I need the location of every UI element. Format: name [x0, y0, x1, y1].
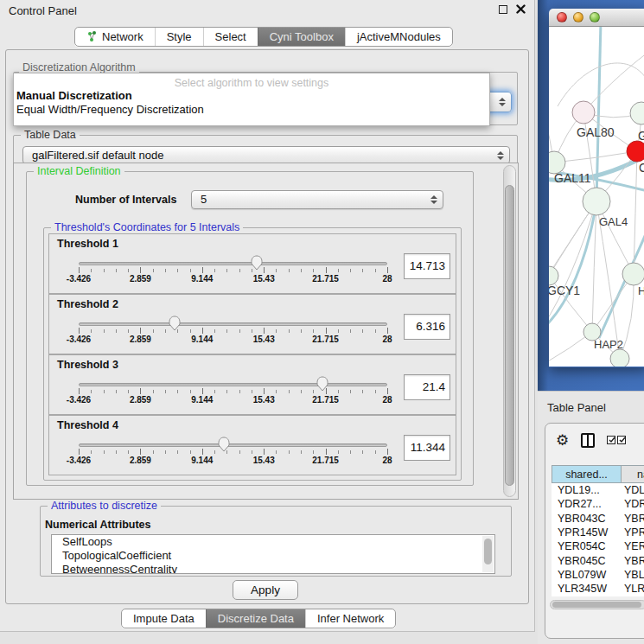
cell-name[interactable]: YDL1 — [622, 484, 644, 496]
network-node[interactable] — [549, 266, 558, 285]
table-row[interactable]: YBR045CYBR0 — [552, 553, 644, 567]
network-node[interactable] — [622, 263, 644, 285]
tick-label: 9.144 — [191, 335, 213, 344]
control-panel-window: Control Panel Network — [0, 0, 535, 632]
cell-name[interactable]: YBR0 — [622, 555, 644, 567]
network-node[interactable] — [583, 188, 610, 215]
slider-track[interactable] — [79, 443, 387, 447]
table-row[interactable]: YBR043CYBR0 — [552, 512, 644, 526]
table-row[interactable]: YER054CYER0 — [552, 539, 644, 553]
list-scrollbar[interactable] — [482, 536, 494, 572]
attribute-list-item[interactable]: SelfLoops — [52, 535, 494, 549]
threshold-2-slider[interactable]: -3.4262.8599.14415.4321.71528 — [79, 316, 387, 352]
network-canvas[interactable]: GAL80GCGAL11GAL4GCY1HHAP2 — [549, 27, 644, 367]
cell-shared-name[interactable]: YLR345W — [552, 583, 622, 595]
tick-label: 28 — [382, 335, 392, 344]
threshold-2-panel: Threshold 2 -3.4262.8599.14415.4321.7152… — [48, 294, 456, 354]
minimize-traffic-light-icon[interactable] — [573, 12, 583, 22]
cell-shared-name[interactable]: YPR145W — [552, 526, 622, 539]
gear-icon[interactable]: ⚙ — [556, 432, 569, 448]
tab-select[interactable]: Select — [203, 28, 258, 46]
threshold-2-value-field[interactable]: 6.316 — [404, 314, 450, 340]
attribute-list-item[interactable]: TopologicalCoefficient — [52, 549, 494, 563]
threshold-3-value-field[interactable]: 21.4 — [404, 374, 450, 400]
table-row[interactable]: YPR145WYPR1 — [552, 526, 644, 539]
cell-name[interactable]: YBL0 — [622, 569, 644, 581]
network-node[interactable] — [630, 102, 644, 124]
threshold-3-panel: Threshold 3 -3.4262.8599.14415.4321.7152… — [48, 354, 456, 415]
close-traffic-light-icon[interactable] — [557, 12, 567, 22]
tab-jactivemnodules[interactable]: jActiveMNodules — [345, 28, 452, 46]
major-tick — [264, 328, 265, 334]
threshold-3-slider[interactable]: -3.4262.8599.14415.4321.71528 — [79, 376, 387, 412]
dropdown-item-equal-width-frequency[interactable]: Equal Width/Frequency Discretization — [14, 103, 489, 117]
column-header-shared-name[interactable]: shared... — [552, 465, 622, 483]
tick-label: -3.426 — [67, 274, 91, 284]
cell-shared-name[interactable]: YBR045C — [552, 555, 622, 567]
tick-label: -3.426 — [67, 335, 91, 344]
node-label: H — [638, 284, 644, 297]
tab-infer-network[interactable]: Infer Network — [305, 609, 395, 628]
table-row[interactable]: YIL052CYIL0 — [552, 596, 644, 596]
scrollbar-thumb[interactable] — [484, 539, 492, 564]
cell-name[interactable]: YPR1 — [622, 526, 644, 539]
network-node[interactable] — [627, 141, 644, 162]
close-icon[interactable] — [516, 4, 526, 14]
network-edge[interactable] — [554, 151, 637, 163]
scrollbar-thumb[interactable] — [552, 602, 641, 608]
network-node[interactable] — [610, 349, 629, 367]
cell-shared-name[interactable]: YDL19... — [552, 484, 622, 496]
zoom-traffic-light-icon[interactable] — [590, 12, 600, 22]
number-of-intervals-combobox[interactable]: 5 — [191, 190, 443, 209]
slider-track[interactable] — [79, 322, 387, 326]
major-tick — [79, 328, 80, 334]
vertical-scrollbar[interactable] — [503, 165, 516, 497]
threshold-1-panel: Threshold 1 -3.4262.8599.14415.4321.7152… — [48, 233, 456, 294]
tab-discretize-data[interactable]: Discretize Data — [206, 609, 305, 628]
attribute-list-item[interactable]: BetweennessCentrality — [52, 563, 494, 574]
table-row[interactable]: YDR27...YDR2 — [552, 497, 644, 511]
numerical-attributes-list[interactable]: SelfLoopsTopologicalCoefficientBetweenne… — [51, 534, 495, 574]
interval-scroll-panel: Interval Definition Number of Intervals … — [13, 163, 519, 500]
tick-label: -3.426 — [67, 456, 91, 465]
cell-name[interactable]: YBR0 — [622, 513, 644, 525]
threshold-1-slider[interactable]: -3.4262.8599.14415.4321.71528 — [79, 255, 387, 291]
thresholds-coordinates-group: Threshold's Coordinates for 5 Intervals … — [43, 227, 462, 481]
tab-cyni-toolbox[interactable]: Cyni Toolbox — [258, 28, 345, 46]
cell-shared-name[interactable]: YBR043C — [552, 513, 622, 525]
threshold-1-value-field[interactable]: 14.713 — [404, 253, 450, 279]
table-row[interactable]: YBL079WYBL0 — [552, 568, 644, 582]
cell-shared-name[interactable]: YDR27... — [552, 498, 622, 510]
window-title: Control Panel — [9, 4, 77, 17]
cell-name[interactable]: YDR2 — [622, 498, 644, 510]
horizontal-scrollbar[interactable] — [550, 600, 644, 609]
threshold-4-slider[interactable]: -3.4262.8599.14415.4321.71528 — [79, 437, 387, 473]
cell-name[interactable]: YLR3 — [622, 583, 644, 595]
checkbox-icon[interactable] — [607, 436, 615, 444]
network-node[interactable] — [572, 101, 595, 124]
table-row[interactable]: YLR345WYLR3 — [552, 582, 644, 596]
table-panel-title: Table Panel — [547, 401, 606, 414]
table-row[interactable]: YDL19...YDL1 — [552, 483, 644, 497]
apply-button[interactable]: Apply — [233, 580, 298, 600]
tab-style[interactable]: Style — [155, 28, 203, 46]
tick-label: 21.715 — [312, 395, 339, 405]
dropdown-item-manual-discretization[interactable]: Manual Discretization — [14, 89, 489, 103]
network-edge[interactable] — [583, 53, 644, 112]
checkbox-icon[interactable] — [617, 436, 626, 444]
cell-shared-name[interactable]: YBL079W — [552, 569, 622, 581]
float-window-icon[interactable] — [499, 5, 507, 14]
node-label: GCY1 — [549, 284, 580, 297]
threshold-4-value-field[interactable]: 11.344 — [404, 435, 450, 461]
tab-network[interactable]: Network — [75, 28, 155, 46]
split-columns-icon[interactable] — [581, 433, 595, 448]
column-header-name[interactable]: na — [622, 465, 644, 483]
slider-track[interactable] — [79, 262, 387, 265]
scrollbar-thumb[interactable] — [505, 185, 514, 486]
cell-name[interactable]: YER0 — [622, 540, 644, 552]
table-data-combobox[interactable]: galFiltered.sif default node — [22, 146, 510, 164]
network-window-titlebar[interactable] — [549, 9, 644, 27]
tab-impute-data[interactable]: Impute Data — [122, 609, 206, 628]
cell-shared-name[interactable]: YER054C — [552, 540, 622, 552]
slider-track[interactable] — [79, 383, 387, 386]
